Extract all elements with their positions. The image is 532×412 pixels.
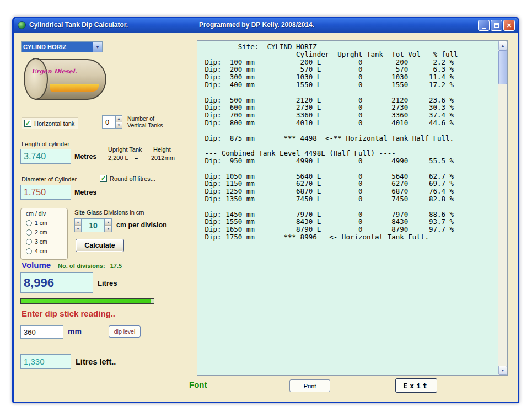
diameter-label: Diameter of Cylinder xyxy=(22,176,77,183)
minimize-button[interactable] xyxy=(478,20,490,31)
font-button[interactable]: Font xyxy=(189,380,207,389)
radio-icon[interactable] xyxy=(26,229,32,236)
vertical-tanks-spinner: ▲ ▼ xyxy=(115,115,122,129)
maximize-button[interactable] xyxy=(491,20,502,31)
calculate-button[interactable]: Calculate xyxy=(76,239,124,252)
length-label: Length of cylinder xyxy=(22,141,69,147)
window-controls: ✕ xyxy=(478,20,515,31)
volume-unit-label: Litres xyxy=(98,279,117,287)
spin-up-icon[interactable]: ▲ xyxy=(105,219,111,226)
divisions-label-text: No. of divisions: xyxy=(58,263,105,269)
site-glass-label: Site Glass Divisions in cm xyxy=(74,209,144,216)
length-unit-label: Metres xyxy=(74,153,96,160)
tank-end-cap xyxy=(24,58,48,100)
dip-table-text: Site: CYLIND HORIZ -------------- Cylind… xyxy=(201,43,496,241)
litres-left-field[interactable] xyxy=(20,354,71,369)
divisions-spinner-left: ▲ ▼ xyxy=(74,218,82,232)
checkbox-check-icon[interactable]: ✓ xyxy=(24,120,31,127)
groupbox-title: cm / div xyxy=(26,210,46,217)
results-textarea[interactable]: Site: CYLIND HORIZ -------------- Cylind… xyxy=(197,40,508,376)
client-area: CYLIND HORIZ ▼ Ergen Diesel. ✓ Horizonta… xyxy=(14,33,518,402)
exit-button[interactable]: Exit xyxy=(395,378,437,393)
site-dropdown-value: CYLIND HORIZ xyxy=(22,42,93,52)
app-icon xyxy=(18,21,26,29)
vertical-tanks-label-line2: Vertical Tanks xyxy=(127,122,163,129)
close-icon: ✕ xyxy=(507,22,512,29)
radio-3cm[interactable]: 3 cm xyxy=(26,238,47,245)
radio-2cm-label: 2 cm xyxy=(35,229,47,236)
upright-tank-title: Upright Tank xyxy=(108,146,142,153)
radio-4cm[interactable]: 4 cm xyxy=(26,248,47,254)
spin-down-icon[interactable]: ▼ xyxy=(105,226,111,232)
diameter-unit-label: Metres xyxy=(74,189,96,196)
cm-per-div-groupbox: cm / div 1 cm 2 cm 3 cm 4 cm xyxy=(20,208,68,260)
progress-fill xyxy=(21,299,151,303)
horizontal-tank-checkbox[interactable]: ✓ Horizontal tank xyxy=(22,117,78,129)
volume-label: Volume xyxy=(22,260,51,270)
tank-image: Ergen Diesel. xyxy=(24,57,108,102)
checkbox-check-icon[interactable]: ✓ xyxy=(100,175,107,182)
radio-2cm[interactable]: 2 cm xyxy=(26,229,47,236)
vertical-tanks-label: Number of Vertical Tanks xyxy=(127,116,163,129)
scrollbar-thumb[interactable] xyxy=(498,50,507,84)
tank-brand-label: Ergen Diesel. xyxy=(31,68,77,75)
minimize-icon xyxy=(482,28,486,29)
maximize-icon xyxy=(494,23,499,28)
scroll-down-icon[interactable]: ▼ xyxy=(498,366,507,375)
chevron-down-icon[interactable]: ▼ xyxy=(93,42,102,52)
cm-per-division-input[interactable] xyxy=(82,218,105,232)
spin-down-icon[interactable]: ▼ xyxy=(116,122,122,129)
radio-icon[interactable] xyxy=(26,248,32,254)
spin-down-icon[interactable]: ▼ xyxy=(75,226,81,232)
diameter-input[interactable] xyxy=(20,185,71,200)
close-button[interactable]: ✕ xyxy=(503,20,515,31)
radio-3cm-label: 3 cm xyxy=(35,238,47,245)
dip-level-button[interactable]: dip level xyxy=(109,325,141,338)
scrollbar[interactable]: ▲ ▼ xyxy=(498,41,507,375)
volume-output-field[interactable] xyxy=(20,272,93,293)
app-window: Cylindrical Tank Dip Calculator. Program… xyxy=(12,17,519,403)
tank-fuel-level xyxy=(50,84,99,92)
spin-up-icon[interactable]: ▲ xyxy=(75,219,81,226)
desktop: Cylindrical Tank Dip Calculator. Program… xyxy=(0,0,532,412)
divisions-spinner-right: ▲ ▼ xyxy=(105,218,112,232)
divisions-count-label: No. of divisions: 17.5 xyxy=(58,263,122,269)
print-button[interactable]: Print xyxy=(289,379,330,392)
length-input[interactable] xyxy=(20,149,71,164)
fill-progress-bar xyxy=(20,298,154,304)
window-subtitle: Programmed by DP Kelly. 2008/2014. xyxy=(199,21,314,29)
scroll-up-icon[interactable]: ▲ xyxy=(498,41,507,50)
round-off-checkbox[interactable]: ✓ Round off litres... xyxy=(100,175,155,182)
radio-1cm-label: 1 cm xyxy=(35,220,47,226)
radio-icon[interactable] xyxy=(26,239,32,245)
upright-tank-volume: 2,200 L xyxy=(108,154,128,161)
window-title: Cylindrical Tank Dip Calculator. xyxy=(29,21,128,29)
dip-prompt-label: Enter dip stick reading.. xyxy=(22,309,115,318)
spin-up-icon[interactable]: ▲ xyxy=(116,116,122,122)
vertical-tanks-input[interactable] xyxy=(102,115,115,129)
litres-left-label: Litres left.. xyxy=(76,357,116,366)
vertical-tanks-label-line1: Number of xyxy=(127,116,163,122)
equals-sign: = xyxy=(135,154,138,161)
radio-4cm-label: 4 cm xyxy=(35,248,47,254)
site-dropdown[interactable]: CYLIND HORIZ ▼ xyxy=(21,41,103,52)
cm-per-division-label: cm per division xyxy=(116,221,167,229)
round-off-label: Round off litres... xyxy=(110,175,155,182)
radio-icon[interactable] xyxy=(26,220,32,226)
horizontal-tank-label: Horizontal tank xyxy=(34,120,74,127)
dip-reading-input[interactable] xyxy=(20,325,63,339)
dip-unit-label: mm xyxy=(68,327,82,336)
divisions-value: 17.5 xyxy=(110,263,122,269)
upright-tank-height: 2012mm xyxy=(151,154,175,161)
radio-1cm[interactable]: 1 cm xyxy=(26,220,47,226)
titlebar[interactable]: Cylindrical Tank Dip Calculator. Program… xyxy=(14,18,518,33)
upright-height-title: Height xyxy=(153,146,171,153)
